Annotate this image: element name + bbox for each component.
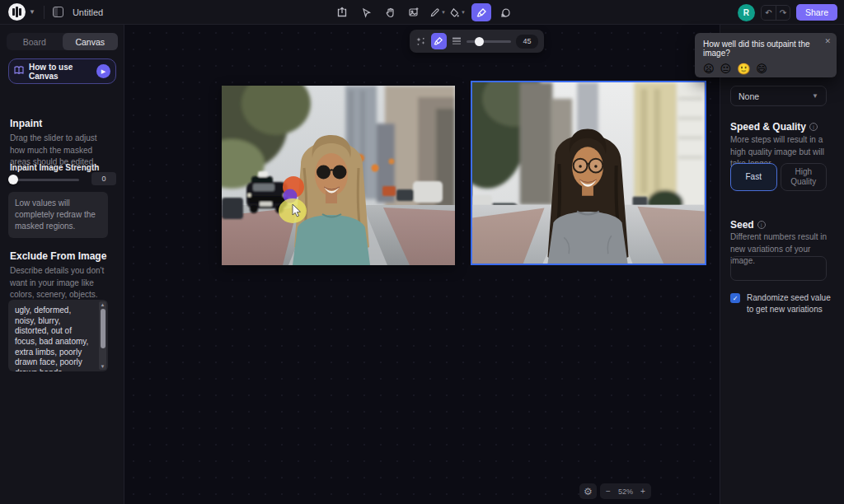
fill-tool-button[interactable]: ▼ — [448, 3, 467, 21]
info-icon[interactable]: i — [809, 123, 818, 131]
how-to-use-canvas-button[interactable]: How to use Canvas ▶ — [8, 58, 116, 84]
draw-tool-group: ▼ ▼ — [428, 3, 467, 21]
topbar-right: R ↶ ↷ Share — [738, 0, 837, 25]
speed-quality-heading: Speed & Quality — [730, 121, 806, 133]
brush-icon — [476, 7, 487, 18]
zoom-group: − 52% + — [600, 483, 651, 499]
brush-size-slider-thumb[interactable] — [475, 37, 484, 46]
brush-tool-button-active[interactable] — [471, 3, 491, 21]
exclude-text-value: ugly, deformed, noisy, blurry, distorted… — [15, 306, 94, 371]
seed-heading: Seed — [730, 219, 754, 231]
feedback-question: How well did this outpaint the image? — [703, 40, 828, 58]
inpaint-strength-label: Inpaint Image Strength — [10, 163, 99, 172]
export-icon — [336, 7, 348, 18]
divider — [44, 6, 45, 19]
scroll-up-icon[interactable]: ▲ — [99, 302, 106, 307]
emoji-neutral-button[interactable]: 😐 — [720, 63, 732, 75]
zoom-in-button[interactable]: + — [636, 487, 649, 496]
chevron-down-icon: ▼ — [812, 92, 818, 100]
canvas-workspace[interactable]: 45 — [125, 25, 720, 504]
app-logo-icon — [8, 3, 26, 21]
undo-redo-group: ↶ ↷ — [761, 5, 790, 21]
tab-board[interactable]: Board — [7, 33, 63, 50]
hand-icon — [385, 7, 396, 18]
close-icon[interactable]: ✕ — [824, 37, 831, 45]
inpaint-heading: Inpaint — [10, 118, 42, 129]
randomize-seed-row[interactable]: ✓ Randomize seed value to get new variat… — [730, 292, 831, 315]
exclude-heading: Exclude From Image — [10, 250, 106, 262]
redo-button[interactable]: ↷ — [776, 6, 790, 20]
tool-palette: ▼ ▼ — [332, 0, 515, 25]
topbar: ▼ Untitled ▼ — [0, 0, 844, 25]
randomize-label: Randomize seed value to get new variatio… — [747, 292, 831, 315]
emoji-great-button[interactable]: 😄 — [756, 63, 767, 75]
ai-sparkle-icon[interactable] — [415, 36, 426, 47]
scrollbar-thumb[interactable] — [101, 309, 106, 348]
zoom-out-button[interactable]: − — [602, 487, 615, 496]
brush-size-value[interactable]: 45 — [516, 35, 538, 49]
result-image-scene — [472, 82, 705, 264]
canvas-app: ▼ Untitled ▼ — [0, 0, 844, 504]
exclude-textarea[interactable]: ugly, deformed, noisy, blurry, distorted… — [8, 300, 108, 371]
canvas-settings-button[interactable]: ⚙ — [579, 483, 597, 499]
hand-tool-button[interactable] — [380, 3, 400, 21]
add-image-icon — [408, 7, 420, 18]
quality-option-high-quality[interactable]: High Quality — [781, 163, 828, 191]
book-icon — [14, 66, 24, 77]
brush-size-slider-track[interactable] — [467, 40, 511, 43]
export-tool-button[interactable] — [332, 3, 352, 21]
gear-icon: ⚙ — [584, 486, 593, 497]
source-image-scene — [222, 86, 455, 265]
filter-dropdown-value: None — [738, 91, 812, 101]
randomize-checkbox-checked[interactable]: ✓ — [730, 293, 740, 303]
brush-mode-button-active[interactable] — [431, 33, 447, 49]
chevron-down-icon: ▼ — [441, 10, 446, 15]
feedback-emoji-row: 😦 😐 🙂 😄 — [703, 63, 828, 75]
result-image-selected[interactable] — [471, 81, 706, 265]
right-sidebar: None ▼ Speed & Quality i More steps will… — [720, 25, 844, 504]
inpaint-note: Low values will completely redraw the ma… — [8, 192, 108, 238]
zoom-level[interactable]: 52% — [615, 488, 636, 496]
inpaint-strength-slider-thumb[interactable] — [8, 175, 18, 184]
chevron-down-icon: ▼ — [29, 8, 35, 16]
board-canvas-tabs: Board Canvas — [7, 33, 118, 50]
seed-heading-row: Seed i — [730, 219, 766, 231]
quality-option-fast[interactable]: Fast — [730, 163, 777, 191]
tab-canvas[interactable]: Canvas — [63, 33, 119, 50]
share-button[interactable]: Share — [796, 4, 837, 21]
exclude-scrollbar[interactable]: ▲ ▼ — [99, 301, 106, 370]
canvas-zoom-controls: ⚙ − 52% + — [579, 483, 651, 499]
quality-options: Fast High Quality — [730, 163, 827, 191]
paint-bucket-icon — [449, 7, 460, 18]
inpaint-strength-control: 0 — [8, 174, 116, 185]
woman-subject — [293, 135, 370, 265]
document-title[interactable]: Untitled — [73, 7, 103, 17]
add-image-tool-button[interactable] — [404, 3, 424, 21]
board-icon[interactable] — [53, 7, 63, 17]
cursor-icon — [361, 7, 372, 18]
speed-quality-heading-row: Speed & Quality i — [730, 121, 818, 133]
pencil-tool-button[interactable]: ▼ — [428, 3, 448, 21]
comment-icon — [500, 7, 511, 18]
seed-input[interactable] — [730, 256, 827, 281]
undo-button[interactable]: ↶ — [762, 6, 776, 20]
source-image[interactable] — [222, 86, 455, 265]
pencil-icon — [429, 7, 440, 18]
inpaint-strength-slider-track[interactable] — [10, 179, 79, 181]
comment-tool-button[interactable] — [495, 3, 515, 21]
exclude-description: Describe details you don't want in your … — [10, 265, 114, 301]
app-logo-menu[interactable]: ▼ — [8, 3, 35, 21]
emoji-good-button[interactable]: 🙂 — [737, 63, 750, 75]
help-button-label: How to use Canvas — [29, 63, 96, 81]
select-tool-button[interactable] — [356, 3, 376, 21]
brush-size-slider[interactable] — [467, 36, 511, 46]
play-icon: ▶ — [96, 64, 110, 78]
brush-size-lines-icon[interactable] — [452, 37, 462, 45]
scroll-down-icon[interactable]: ▼ — [99, 364, 106, 369]
emoji-bad-button[interactable]: 😦 — [703, 63, 715, 75]
filter-dropdown[interactable]: None ▼ — [730, 86, 827, 106]
user-avatar[interactable]: R — [738, 4, 755, 21]
info-icon[interactable]: i — [757, 221, 766, 229]
inpaint-strength-value[interactable]: 0 — [91, 172, 116, 185]
feedback-popup: ✕ How well did this outpaint the image? … — [695, 33, 837, 77]
